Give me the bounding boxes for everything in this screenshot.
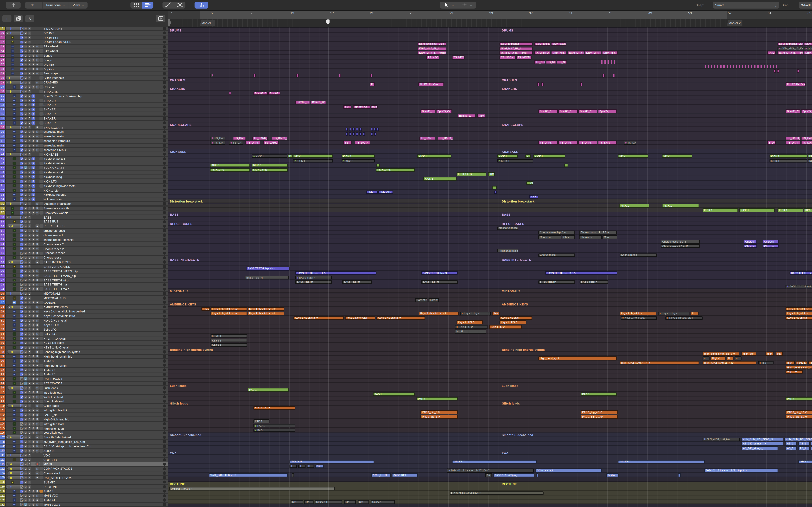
monitor-button[interactable]: I <box>40 180 43 183</box>
power-button[interactable]: ⏻ <box>20 49 23 53</box>
track-row[interactable]: 98♪⏻MS❄RIWide lush lead <box>0 395 168 399</box>
clip-region[interactable]: 2024-01-12 Insane_18#47.208 ◯ <box>447 469 534 472</box>
track-name[interactable]: High glitch lead <box>44 427 161 430</box>
track-row[interactable]: 49♪⏻MS❄IKickbase long <box>0 175 168 179</box>
record-enable-button[interactable]: R <box>36 413 39 416</box>
track-name[interactable]: High_bend_synth <box>44 363 161 367</box>
clip-region[interactable]: Keys 1 LFO ⟳ <box>500 321 526 324</box>
clip-region[interactable]: AS_1 <box>798 446 810 450</box>
track-name[interactable]: Keys 1 chrystal bip intro <box>44 314 161 318</box>
power-button[interactable]: ⏻ <box>20 350 23 353</box>
monitor-button[interactable]: I <box>40 498 43 502</box>
clip-region[interactable] <box>773 69 776 73</box>
power-button[interactable]: ⏻ <box>20 346 23 349</box>
track-name[interactable]: SHAKER <box>44 121 161 124</box>
clip-region[interactable]: 2024-01-12 Insane_18#51_bip.3 ⟳ <box>704 469 778 472</box>
record-enable-button[interactable]: R <box>36 382 39 385</box>
solo-button[interactable]: S <box>28 103 31 107</box>
track-row[interactable]: 76●⏻MSMIDTONAL BUS <box>0 296 168 300</box>
freeze-button[interactable]: ❄ <box>32 427 35 430</box>
record-enable-button[interactable]: R <box>36 126 39 129</box>
monitor-button[interactable]: I <box>40 373 43 376</box>
mute-button[interactable]: M <box>24 224 27 228</box>
solo-button[interactable]: S <box>28 422 31 425</box>
clip-region[interactable] <box>346 127 348 131</box>
power-button[interactable]: ⏻ <box>20 494 23 497</box>
power-button[interactable]: ⏻ <box>20 41 23 44</box>
solo-button[interactable]: S <box>28 283 31 286</box>
track-name[interactable]: Breakstack wobble <box>44 211 161 214</box>
power-button[interactable]: ⏻ <box>20 422 23 425</box>
record-enable-button[interactable]: R <box>36 202 39 205</box>
track-row[interactable]: 108⏻MS❄RIet2_synth_loop_celtic_125_Cm <box>0 440 168 444</box>
monitor-button[interactable]: I <box>40 166 43 169</box>
freeze-button[interactable]: ❄ <box>32 323 35 327</box>
solo-button[interactable]: S <box>28 355 31 358</box>
power-button[interactable]: ⏻ <box>20 355 23 358</box>
mute-button[interactable]: M <box>24 45 27 48</box>
monitor-button[interactable]: I <box>40 148 43 151</box>
clip-region[interactable]: BASS TEETH_bip_3.16 ⟳ <box>790 271 812 275</box>
power-button[interactable]: ⏻ <box>20 94 23 98</box>
clip-region[interactable] <box>339 73 341 77</box>
clip-region[interactable]: KICK 1 <box>252 163 288 167</box>
freeze-button[interactable]: ❄ <box>32 45 35 48</box>
clip-region[interactable]: Keys 1 chrystal bip intr <box>211 312 247 316</box>
mute-button[interactable]: M <box>24 171 27 174</box>
clip-region[interactable]: BASS TEETH <box>421 280 458 284</box>
mute-button[interactable]: M <box>24 337 27 340</box>
mute-button[interactable]: M <box>24 422 27 425</box>
monitor-button[interactable]: I <box>40 261 43 264</box>
mute-button[interactable]: M <box>24 193 27 196</box>
power-button[interactable]: ⏻ <box>20 471 23 475</box>
power-button[interactable]: ⏻ <box>20 211 23 214</box>
track-name[interactable]: Chorus reese <box>44 256 161 259</box>
record-enable-button[interactable]: R <box>36 139 39 143</box>
solo-button[interactable]: S <box>28 319 31 322</box>
track-row[interactable]: 52♪⏻MS❄KICK 1_bip <box>0 188 168 193</box>
track-name[interactable]: DRUM ROOM VERB <box>44 40 161 44</box>
clip-region[interactable]: Bpm85_ <box>598 109 617 113</box>
folder-open-toggle[interactable]: ⌄ <box>6 81 21 84</box>
freeze-button[interactable]: ❄ <box>32 494 35 497</box>
clip-region[interactable]: TS_DARK_ <box>272 136 287 140</box>
freeze-button[interactable]: ❄ <box>32 162 35 165</box>
track-name[interactable]: SHAKER <box>44 103 161 107</box>
clip-region[interactable]: PAD 1_bip_4.1 ⟳ <box>581 410 618 414</box>
mute-button[interactable]: M <box>24 310 27 313</box>
clip-region[interactable]: KICK 1 <box>497 155 518 158</box>
mute-button[interactable]: M <box>24 126 27 129</box>
clip-region[interactable]: PAD 1 <box>253 419 270 423</box>
mute-button[interactable]: M <box>24 81 27 84</box>
freeze-button[interactable]: ❄ <box>32 144 35 147</box>
track-row[interactable]: 86♪⏻MS❄RIKEYS No delay <box>0 341 168 346</box>
mute-button[interactable]: M <box>24 503 27 506</box>
solo-button[interactable]: S <box>28 382 31 385</box>
solo-button[interactable]: S <box>28 373 31 376</box>
solo-button[interactable]: S <box>28 67 31 71</box>
track-name[interactable]: Dry kick <box>44 67 161 71</box>
freeze-button[interactable]: ❄ <box>32 287 35 291</box>
mute-button[interactable]: M <box>24 449 27 452</box>
track-row[interactable]: 90⏻MS❄RAudio 88 <box>0 359 168 363</box>
clip-region[interactable] <box>580 83 582 87</box>
mute-button[interactable]: M <box>24 386 27 389</box>
clip-region[interactable]: PAD 1 <box>253 424 295 428</box>
mute-button[interactable]: M <box>24 359 27 362</box>
track-row[interactable]: 59●⏻MSBASS BUS <box>0 220 168 224</box>
track-row[interactable]: 45♪⏻MS❄IKickbase main 1 <box>0 157 168 161</box>
record-enable-button[interactable]: R <box>36 445 39 448</box>
menu-edit[interactable]: Edit⌄ <box>25 1 43 9</box>
clip-region[interactable]: BASS TEETH <box>580 280 608 284</box>
freeze-button[interactable]: ❄ <box>32 498 35 502</box>
track-name[interactable]: VOX BUS <box>44 458 161 461</box>
clip-region[interactable]: KICK 1 <box>533 155 565 158</box>
power-button[interactable]: ⏻ <box>20 341 23 345</box>
mute-button[interactable]: M <box>24 144 27 147</box>
track-name[interactable]: Kickbase highwide tooth <box>44 184 161 187</box>
power-button[interactable]: ⏻ <box>20 233 23 237</box>
solo-button[interactable]: S <box>28 148 31 151</box>
mute-button[interactable]: M <box>24 341 27 345</box>
track-name[interactable]: KICK 1_bip <box>44 188 161 192</box>
folder-open-toggle[interactable]: ⌄ <box>6 436 21 439</box>
